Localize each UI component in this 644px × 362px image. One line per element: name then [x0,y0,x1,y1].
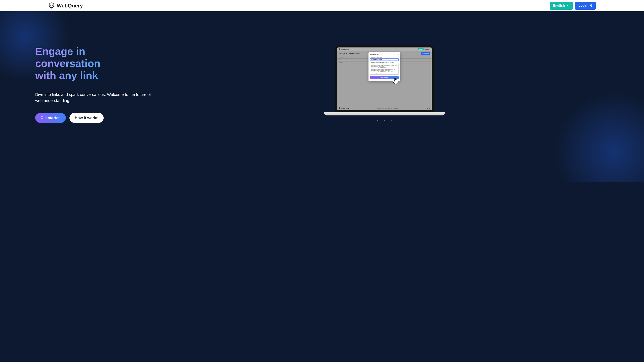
modal-header: Upload links × [370,53,399,55]
hero-cta-row: Get started How it works [35,113,152,123]
carousel-dots [377,120,392,121]
carousel-dot-3[interactable] [391,120,392,121]
app-preview-brand: WebQuery [341,48,349,50]
svg-point-1 [50,5,51,6]
modal-name-label: Please enter the name [370,56,399,58]
app-preview-footer-logo: WebQuery [339,107,349,109]
modal-links-label: Please paste the link(s) you want to reg… [370,62,399,63]
language-label: English [553,4,565,7]
carousel-dot-2[interactable] [384,120,385,121]
hero-title-line1: Engage in conversation [35,45,100,69]
how-it-works-button[interactable]: How it works [70,113,104,123]
laptop-mockup: WebQuery English Logout Groups of regist… [324,45,445,115]
app-preview-logo: WebQuery [339,48,349,50]
modal-links-textarea: https://react.dev/blog/2023/03/22/react-… [370,64,399,75]
get-started-button[interactable]: Get started [35,113,66,123]
modal-submit-button: Upload links [370,76,399,79]
app-preview-logout: Logout [424,48,430,50]
brand-logo[interactable]: WebQuery [48,2,83,9]
app-preview-header-actions: English Logout [418,48,430,50]
social-icon [429,108,430,109]
hero-title: Engage in conversation with any link [35,45,152,81]
login-button[interactable]: Login [575,1,596,10]
carousel-dot-1[interactable] [377,120,378,121]
app-preview: WebQuery English Logout Groups of regist… [337,47,432,110]
hero-content: Engage in conversation with any link Div… [0,11,644,123]
terms-link: Terms of Service [385,108,392,109]
hero-image-column: WebQuery English Logout Groups of regist… [160,45,609,123]
app-preview-language: English [418,48,424,50]
app-preview-upload-button: Upload links [421,52,430,55]
header-actions: English Login [550,1,596,10]
laptop-screen: WebQuery English Logout Groups of regist… [335,45,434,112]
app-preview-footer: WebQuery Privacy Policy Terms of Service… [337,106,432,110]
privacy-link: Privacy Policy [377,108,384,109]
laptop-base [324,112,445,115]
hero-text-column: Engage in conversation with any link Div… [35,45,152,123]
modal-title: Upload links [370,53,378,55]
cursor-hand-icon [392,77,400,85]
svg-point-0 [49,3,54,8]
twitter-icon [427,108,428,109]
upload-links-modal: Upload links × Please enter the name Ple… [368,52,400,81]
svg-line-6 [391,77,392,77]
app-preview-footer-brand: WebQuery [341,107,349,109]
hero-section: Engage in conversation with any link Div… [0,11,644,182]
hero-title-line2: with any link [35,70,98,81]
login-icon [589,3,592,8]
app-preview-footer-links: Privacy Policy Terms of Service Contact … [377,108,398,109]
brand-name: WebQuery [57,2,83,9]
contact-link: Contact Us [394,108,398,109]
chevron-down-icon [566,4,569,7]
app-preview-social [427,108,430,109]
svg-point-2 [52,5,53,6]
chat-bubble-icon [339,107,340,109]
chat-bubble-icon [339,48,340,50]
modal-name-input [370,58,399,61]
login-label: Login [578,4,587,7]
app-preview-header: WebQuery English Logout [337,47,432,51]
close-icon: × [398,53,399,55]
site-header: WebQuery English Login [0,0,644,11]
app-preview-section-title: Groups of registered arti [339,52,360,54]
language-selector[interactable]: English [550,1,573,10]
chat-bubble-icon [48,2,55,9]
modal-submit-label: Upload links [381,77,388,78]
hero-subtitle: Dive into links and spark conversations.… [35,91,152,104]
